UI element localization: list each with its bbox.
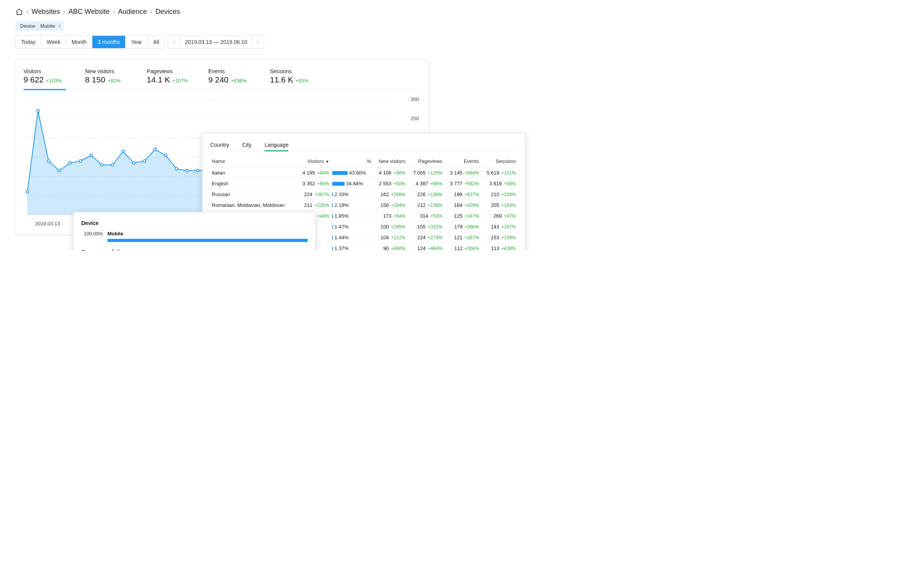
breadcrumb: › Websites › ABC Website › Audience › De… (15, 8, 909, 16)
metric-delta: +82% (108, 78, 121, 84)
col-name[interactable]: Name (210, 155, 297, 168)
device-title: Device (81, 220, 308, 226)
cell-pct: 2.33% (331, 189, 373, 200)
bars-card: Device 100.00%Mobile Screen resolution 3… (73, 212, 316, 251)
col-events[interactable]: Events (444, 155, 481, 168)
bar-fill (107, 239, 308, 242)
breadcrumb-item[interactable]: Websites (32, 8, 60, 16)
cell-newv: 90 +400% (373, 243, 407, 251)
metric-pageviews[interactable]: Pageviews14.1 K+107% (147, 68, 189, 84)
svg-point-15 (111, 164, 114, 166)
col-sessions[interactable]: Sessions (480, 155, 517, 168)
cell-newv: 4 106 +90% (373, 168, 407, 178)
cell-newv: 100 +285% (373, 222, 407, 232)
date-toolbar: TodayWeekMonth3 monthsYearAll ‹ 2019.03.… (15, 35, 909, 49)
breadcrumb-item[interactable]: ABC Website (69, 8, 110, 16)
cell-ev: 125 +247% (444, 211, 481, 222)
range-button-month[interactable]: Month (66, 36, 92, 48)
col-pageviews[interactable]: Pageviews (407, 155, 444, 168)
svg-point-13 (90, 154, 92, 157)
svg-point-18 (143, 160, 146, 163)
cell-name: English (210, 178, 297, 189)
range-button-year[interactable]: Year (126, 36, 147, 48)
cell-newv: 156 +164% (373, 200, 407, 211)
home-icon[interactable] (15, 8, 23, 16)
col-%[interactable]: % (331, 155, 373, 168)
tab-language[interactable]: Language (264, 139, 288, 151)
tab-city[interactable]: City (242, 139, 251, 151)
sort-desc-icon: ▼ (325, 159, 329, 164)
cell-pv: 314 +53% (407, 211, 444, 222)
cell-pv: 7 055 +125% (407, 168, 444, 178)
table-row[interactable]: Romanian, Moldavian, Moldovan211 +235%2.… (210, 200, 517, 211)
chevron-left-icon[interactable]: ‹ (168, 36, 180, 48)
screen-title: Screen resolution (81, 249, 308, 251)
tab-country[interactable]: Country (210, 139, 229, 151)
metric-new-visitors[interactable]: New visitors8 150+82% (85, 68, 127, 84)
metric-events[interactable]: Events9 240+636% (208, 68, 251, 84)
cell-pv: 124 +464% (407, 243, 444, 251)
table-row[interactable]: Italian4 195 +84%43.60%4 106 +90%7 055 +… (210, 168, 517, 178)
cell-ev: 199 +637% (444, 189, 481, 200)
metric-value: 14.1 K (147, 75, 170, 84)
cell-ev: 164 +429% (444, 200, 481, 211)
metric-sessions[interactable]: Sessions11.6 K+93% (270, 68, 312, 84)
breadcrumb-item[interactable]: Audience (118, 8, 147, 16)
cell-ev: 121 +267% (444, 232, 481, 243)
cell-pct: 2.19% (331, 200, 373, 211)
svg-point-8 (37, 110, 39, 112)
close-icon[interactable]: × (58, 23, 61, 29)
cell-ev: 178 +58k% (444, 222, 481, 232)
range-segmented: TodayWeekMonth3 monthsYearAll (15, 35, 165, 49)
bar-label: Mobile (107, 231, 308, 237)
svg-point-22 (186, 170, 188, 172)
cell-pv: 212 +136% (407, 200, 444, 211)
cell-visitors: 3 352 +85% (297, 178, 331, 189)
metric-value: 8 150 (85, 75, 105, 84)
range-button-all[interactable]: All (148, 36, 165, 48)
bar-pct: 100.00% (81, 231, 103, 237)
cell-name: Italian (210, 168, 297, 178)
col-visitors[interactable]: Visitors▼ (297, 155, 331, 168)
bar-row[interactable]: 100.00%Mobile (81, 231, 308, 242)
cell-visitors: 224 +387% (297, 189, 331, 200)
cell-visitors: 4 195 +84% (297, 168, 331, 178)
table-row[interactable]: Russian224 +387%2.33%162 +268%226 +138%1… (210, 189, 517, 200)
language-tabs: CountryCityLanguage (210, 139, 517, 151)
table-row[interactable]: English3 352 +85%34.84%2 553 +50%4 397 +… (210, 178, 517, 189)
svg-point-21 (175, 168, 178, 170)
range-button-today[interactable]: Today (16, 36, 41, 48)
cell-pct: 34.84% (331, 178, 373, 189)
range-button-3-months[interactable]: 3 months (92, 36, 126, 48)
date-range-picker[interactable]: ‹ 2019.03.13 — 2019.06.10 › (168, 35, 264, 49)
cell-newv: 2 553 +50% (373, 178, 407, 189)
cell-se: 113 +438% (480, 243, 517, 251)
y-tick: 250 (410, 116, 419, 121)
svg-point-14 (100, 164, 103, 166)
svg-point-11 (69, 162, 71, 164)
cell-se: 210 +204% (480, 189, 517, 200)
cell-ev: 3 145 +694% (444, 168, 481, 178)
col-new-visitors[interactable]: New visitors (373, 155, 407, 168)
filter-key: Device (18, 22, 38, 30)
date-range-value[interactable]: 2019.03.13 — 2019.06.10 (180, 36, 252, 48)
cell-pct: 1.44% (331, 232, 373, 243)
metrics-row: Visitors9 622+103%New visitors8 150+82%P… (23, 67, 421, 90)
metric-value: 9 622 (23, 75, 44, 84)
cell-newv: 162 +268% (373, 189, 407, 200)
y-tick: 300 (410, 96, 419, 102)
metric-label: Sessions (270, 68, 312, 74)
metric-visitors[interactable]: Visitors9 622+103% (23, 68, 66, 90)
chevron-right-icon[interactable]: › (252, 36, 264, 48)
filter-chip[interactable]: Device Mobile × (15, 21, 64, 31)
filter-value: Mobile (38, 22, 57, 30)
range-button-week[interactable]: Week (41, 36, 66, 48)
metric-delta: +636% (231, 78, 247, 84)
cell-pv: 155 +331% (407, 222, 444, 232)
cell-newv: 173 +54% (373, 211, 407, 222)
cell-newv: 104 +112% (373, 232, 407, 243)
cell-ev: 3 777 +552% (444, 178, 481, 189)
cell-ev: 112 +55k% (444, 243, 481, 251)
breadcrumb-current: Devices (155, 8, 180, 16)
cell-pct: 1.47% (331, 222, 373, 232)
